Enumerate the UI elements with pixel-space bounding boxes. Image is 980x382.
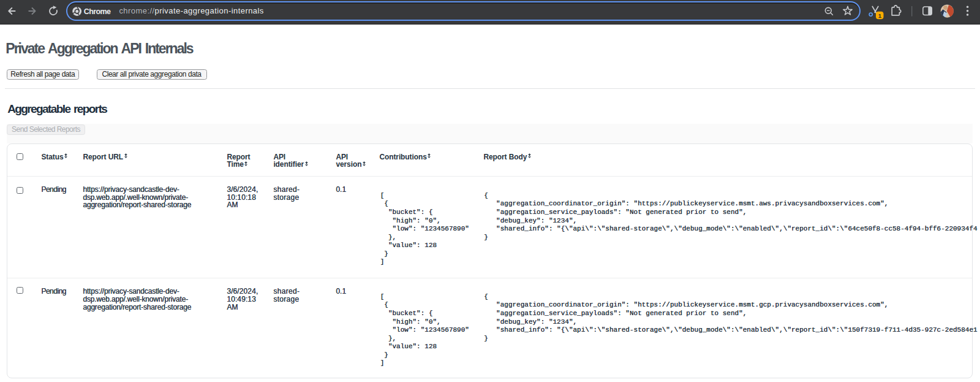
svg-text:1: 1 bbox=[878, 12, 882, 19]
